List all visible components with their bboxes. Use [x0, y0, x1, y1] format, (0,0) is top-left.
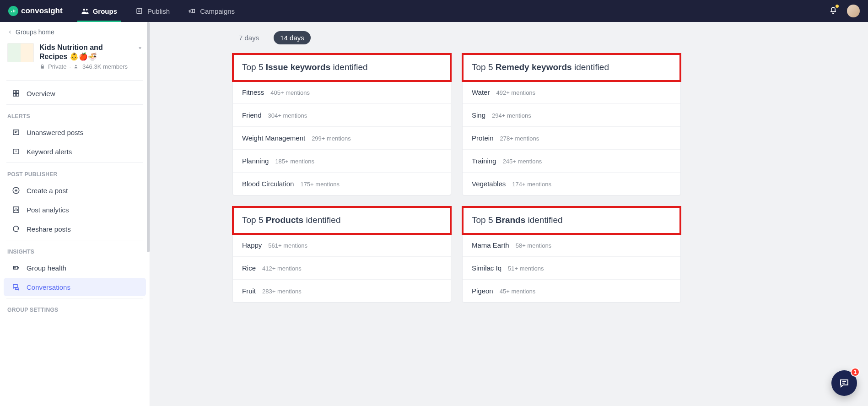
keyword-row[interactable]: Blood Circulation175+ mentions — [233, 173, 451, 195]
keyword-row[interactable]: Friend304+ mentions — [233, 104, 451, 127]
keyword-name: Fitness — [242, 88, 264, 96]
keyword-list: Mama Earth58+ mentionsSimilac Iq51+ ment… — [463, 234, 680, 302]
card-products: Top 5 Products identified Happy561+ ment… — [232, 206, 451, 303]
keyword-row[interactable]: Vegetables174+ mentions — [463, 173, 680, 195]
sidebar-section-settings: GROUP SETTINGS — [0, 300, 150, 316]
sidebar-item-keyword-alerts[interactable]: Keyword alerts — [4, 142, 146, 161]
keyword-list: Water492+ mentionsSing294+ mentionsProte… — [463, 81, 680, 195]
sidebar: Groups home Kids Nutrition and Recipes 👶… — [0, 22, 150, 406]
notifications-button[interactable] — [829, 5, 838, 16]
keyword-count: 304+ mentions — [268, 112, 307, 119]
sidebar-item-label: Group health — [27, 264, 66, 272]
nav-publish-label: Publish — [147, 7, 170, 15]
sidebar-item-label: Unanswered posts — [27, 129, 83, 136]
svg-rect-4 — [13, 91, 16, 93]
card-remedy-keywords: Top 5 Remedy keywords identified Water49… — [462, 54, 681, 195]
sidebar-item-post-analytics[interactable]: Post analytics — [4, 200, 146, 219]
keyword-count: 174+ mentions — [512, 181, 551, 188]
chat-widget-button[interactable]: 1 — [831, 370, 857, 396]
keyword-row[interactable]: Training245+ mentions — [463, 150, 680, 173]
keyword-name: Vegetables — [472, 180, 506, 188]
keyword-name: Training — [472, 157, 496, 165]
keyword-count: 58+ mentions — [516, 242, 551, 249]
keyword-name: Happy — [242, 241, 262, 249]
keyword-row[interactable]: Weight Management299+ mentions — [233, 127, 451, 150]
reshare-icon — [12, 225, 20, 233]
breadcrumb-label: Groups home — [16, 28, 54, 36]
card-issue-keywords: Top 5 Issue keywords identified Fitness4… — [232, 54, 451, 195]
group-dropdown-caret[interactable] — [137, 45, 143, 53]
keyword-row[interactable]: Fitness405+ mentions — [233, 81, 451, 104]
chevron-left-icon — [7, 29, 13, 35]
sidebar-item-create-post[interactable]: Create a post — [4, 181, 146, 200]
keyword-name: Sing — [472, 111, 485, 119]
nav-groups[interactable]: Groups — [81, 0, 117, 22]
card-brands: Top 5 Brands identified Mama Earth58+ me… — [462, 206, 681, 303]
lock-icon — [39, 64, 45, 70]
keyword-row[interactable]: Happy561+ mentions — [233, 234, 451, 257]
keyword-name: Mama Earth — [472, 241, 509, 249]
keyword-name: Planning — [242, 157, 269, 165]
keyword-count: 283+ mentions — [262, 288, 302, 295]
keyword-row[interactable]: Fruit283+ mentions — [233, 280, 451, 302]
sidebar-section-insights: INSIGHTS — [0, 242, 150, 258]
sidebar-item-label: Keyword alerts — [27, 148, 72, 156]
brand-logo[interactable]: convosight — [8, 6, 63, 16]
breadcrumb-groups-home[interactable]: Groups home — [0, 22, 150, 40]
user-avatar[interactable] — [847, 5, 860, 17]
range-tab-14d[interactable]: 14 days — [274, 31, 311, 44]
alert-icon — [12, 147, 20, 156]
group-selector[interactable]: Kids Nutrition and Recipes 👶🍎🍜 Private ·… — [0, 40, 150, 76]
keyword-row[interactable]: Similac Iq51+ mentions — [463, 257, 680, 280]
group-privacy: Private — [48, 63, 66, 70]
card-header: Top 5 Issue keywords identified — [233, 54, 451, 81]
keyword-row[interactable]: Planning185+ mentions — [233, 150, 451, 173]
conversations-icon — [12, 283, 20, 291]
sidebar-item-conversations[interactable]: Conversations — [4, 278, 146, 296]
keyword-count: 245+ mentions — [503, 158, 542, 165]
card-header: Top 5 Products identified — [233, 207, 451, 234]
keyword-list: Happy561+ mentionsRice412+ mentionsFruit… — [233, 234, 451, 302]
sidebar-item-overview[interactable]: Overview — [4, 84, 146, 103]
divider — [6, 298, 143, 298]
keyword-count: 561+ mentions — [268, 242, 307, 249]
date-range-tabs: 7 days 14 days — [232, 31, 850, 44]
range-tab-7d[interactable]: 7 days — [232, 31, 265, 44]
sidebar-item-label: Create a post — [27, 187, 68, 195]
chevron-down-icon — [137, 45, 143, 51]
keyword-row[interactable]: Pigeon45+ mentions — [463, 280, 680, 302]
keyword-count: 412+ mentions — [262, 265, 302, 272]
keyword-row[interactable]: Water492+ mentions — [463, 81, 680, 104]
keyword-row[interactable]: Mama Earth58+ mentions — [463, 234, 680, 257]
keyword-name: Weight Management — [242, 134, 305, 142]
sidebar-item-group-health[interactable]: Group health — [4, 259, 146, 277]
group-thumbnail — [7, 43, 34, 62]
sidebar-item-label: Post analytics — [27, 206, 69, 214]
chat-badge: 1 — [851, 368, 860, 377]
divider — [6, 240, 143, 240]
keyword-count: 51+ mentions — [508, 265, 544, 272]
sidebar-item-unanswered[interactable]: Unanswered posts — [4, 123, 146, 141]
group-title: Kids Nutrition and Recipes 👶🍎🍜 — [39, 43, 122, 61]
divider — [6, 80, 143, 81]
keyword-count: 45+ mentions — [500, 288, 535, 295]
nav-campaigns[interactable]: Campaigns — [188, 0, 235, 22]
keyword-count: 299+ mentions — [312, 135, 351, 142]
keyword-row[interactable]: Sing294+ mentions — [463, 104, 680, 127]
divider — [6, 104, 143, 105]
chat-icon — [839, 378, 850, 389]
sidebar-item-reshare[interactable]: Reshare posts — [4, 220, 146, 238]
plus-circle-icon — [12, 186, 20, 195]
keyword-row[interactable]: Protein278+ mentions — [463, 127, 680, 150]
keyword-name: Water — [472, 88, 490, 96]
keyword-count: 175+ mentions — [300, 181, 340, 188]
card-header: Top 5 Remedy keywords identified — [463, 54, 680, 81]
keyword-row[interactable]: Rice412+ mentions — [233, 257, 451, 280]
keyword-count: 492+ mentions — [496, 89, 535, 96]
keyword-name: Similac Iq — [472, 264, 501, 272]
scrollbar[interactable] — [147, 22, 150, 252]
keyword-list: Fitness405+ mentionsFriend304+ mentionsW… — [233, 81, 451, 195]
nav-publish[interactable]: Publish — [135, 0, 170, 22]
keyword-name: Fruit — [242, 287, 256, 295]
svg-point-0 — [83, 9, 85, 11]
